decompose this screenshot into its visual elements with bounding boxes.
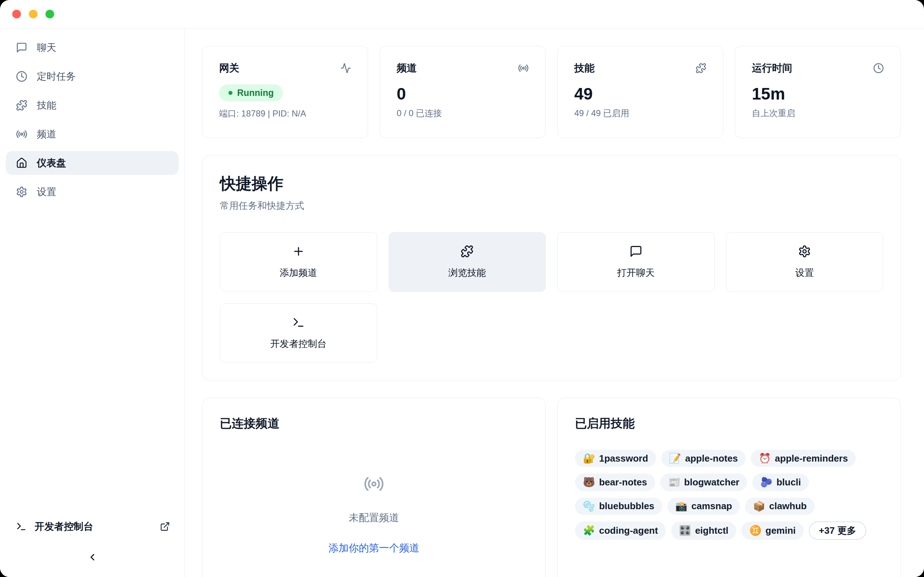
stat-card-skills: 技能 49 49 / 49 已启用	[557, 46, 723, 138]
gear-icon	[16, 186, 27, 198]
quick-actions-subtitle: 常用任务和快捷方式	[220, 200, 883, 212]
radio-icon	[16, 128, 27, 140]
action-label: 设置	[795, 266, 814, 279]
sidebar-item-label: 频道	[37, 128, 56, 141]
add-channel-button[interactable]: 添加频道	[220, 232, 377, 292]
dev-console-link[interactable]: 开发者控制台	[16, 520, 170, 533]
terminal-icon	[292, 316, 305, 329]
close-window-button[interactable]	[12, 10, 21, 18]
status-badge: Running	[219, 84, 283, 102]
terminal-icon	[16, 521, 27, 532]
skill-tag: 🎛️eightctl	[671, 521, 736, 540]
app-window: 聊天 定时任务 技能 频道 仪表盘 设置	[0, 0, 924, 577]
skill-tag: 🫧bluebubbles	[575, 498, 662, 515]
sidebar-collapse-button[interactable]	[0, 552, 184, 562]
quick-actions-title: 快捷操作	[220, 173, 883, 194]
skill-name: bear-notes	[599, 477, 647, 488]
activity-icon	[340, 63, 351, 74]
titlebar	[0, 0, 924, 29]
skill-tag: 📰blogwatcher	[660, 474, 748, 491]
skill-tag: 🔐1password	[575, 450, 656, 467]
stat-detail: 端口: 18789 | PID: N/A	[219, 108, 351, 119]
skill-name: blogwatcher	[684, 477, 739, 488]
stat-title: 网关	[219, 61, 239, 75]
add-first-channel-link[interactable]: 添加你的第一个频道	[328, 541, 419, 555]
action-label: 添加频道	[280, 266, 317, 279]
sidebar-item-chat[interactable]: 聊天	[6, 36, 179, 60]
stat-title: 频道	[397, 61, 417, 75]
action-label: 打开聊天	[617, 266, 655, 279]
sidebar-item-label: 设置	[37, 185, 56, 198]
stats-grid: 网关 Running 端口: 18789 | PID: N/A 频道	[202, 46, 901, 138]
main-content: 网关 Running 端口: 18789 | PID: N/A 频道	[185, 29, 924, 577]
sidebar-item-label: 技能	[37, 99, 56, 112]
sidebar-item-scheduled-tasks[interactable]: 定时任务	[6, 64, 179, 89]
sidebar-item-label: 仪表盘	[37, 156, 66, 169]
skill-tag: 📝apple-notes	[661, 450, 746, 467]
radio-icon	[363, 474, 384, 495]
connected-channels-title: 已连接频道	[220, 416, 528, 432]
action-label: 浏览技能	[448, 266, 486, 279]
stat-detail: 0 / 0 已连接	[397, 108, 529, 119]
enabled-skills-panel: 已启用技能 🔐1password 📝apple-notes ⏰apple-rem…	[557, 398, 901, 577]
plus-icon	[292, 245, 305, 258]
chat-bubble-icon	[630, 245, 643, 258]
quick-actions-grid: 添加频道 浏览技能 打开聊天 设置	[220, 232, 883, 363]
skill-name: clawhub	[769, 501, 807, 512]
channels-empty-text: 未配置频道	[349, 511, 399, 525]
stat-detail: 49 / 49 已启用	[574, 108, 706, 119]
stat-title: 技能	[574, 61, 594, 75]
zoom-window-button[interactable]	[45, 10, 54, 18]
dev-console-label: 开发者控制台	[35, 520, 93, 533]
puzzle-icon	[696, 63, 706, 74]
skill-emoji: 🎛️	[679, 525, 691, 536]
skills-tag-list: 🔐1password 📝apple-notes ⏰apple-reminders…	[575, 450, 883, 540]
sidebar-item-label: 聊天	[37, 41, 56, 54]
skill-name: 1password	[599, 453, 648, 464]
stat-title: 运行时间	[752, 61, 792, 75]
action-label: 开发者控制台	[270, 338, 327, 350]
stat-detail: 自上次重启	[752, 108, 884, 119]
skill-tag: 🫐blucli	[752, 474, 809, 491]
clock-icon	[873, 63, 884, 74]
skill-emoji: ♊️	[749, 525, 762, 536]
sidebar-item-dashboard[interactable]: 仪表盘	[6, 151, 179, 175]
skill-emoji: 🧩	[583, 525, 595, 536]
quick-actions-panel: 快捷操作 常用任务和快捷方式 添加频道 浏览技能 打开聊天	[202, 155, 901, 380]
skill-tag: ♊️gemini	[741, 521, 804, 540]
skill-emoji: 📝	[669, 453, 682, 464]
puzzle-icon	[16, 100, 27, 111]
clock-icon	[16, 71, 27, 82]
stat-value: 49	[574, 85, 706, 102]
status-badge-label: Running	[237, 88, 274, 98]
stat-value: 15m	[752, 85, 884, 102]
skill-emoji: ⏰	[759, 453, 771, 464]
skill-name: gemini	[766, 525, 796, 536]
external-link-icon[interactable]	[160, 521, 170, 532]
skill-name: blucli	[776, 477, 801, 488]
open-chat-button[interactable]: 打开聊天	[557, 232, 715, 292]
skill-name: apple-notes	[685, 453, 738, 464]
skill-tag: 🧩coding-agent	[575, 521, 666, 540]
sidebar-item-settings[interactable]: 设置	[6, 180, 179, 204]
browse-skills-button[interactable]: 浏览技能	[389, 232, 546, 292]
radio-icon	[518, 63, 529, 74]
settings-button[interactable]: 设置	[726, 232, 884, 292]
stat-card-channels: 频道 0 0 / 0 已连接	[380, 46, 546, 138]
skill-tag: 📦clawhub	[745, 498, 815, 515]
connected-channels-panel: 已连接频道 未配置频道 添加你的第一个频道	[202, 398, 546, 577]
stat-value: 0	[397, 85, 529, 102]
skill-emoji: 📦	[753, 501, 765, 512]
minimize-window-button[interactable]	[29, 10, 37, 18]
skill-name: apple-reminders	[775, 453, 848, 464]
skill-name: coding-agent	[599, 525, 658, 536]
dev-console-button[interactable]: 开发者控制台	[220, 303, 377, 363]
skill-tag: 📸camsnap	[667, 498, 740, 515]
sidebar-item-skills[interactable]: 技能	[6, 93, 179, 117]
gear-icon	[798, 245, 811, 258]
stat-card-gateway: 网关 Running 端口: 18789 | PID: N/A	[202, 46, 368, 138]
sidebar-item-channels[interactable]: 频道	[6, 122, 179, 146]
skill-name: bluebubbles	[599, 501, 654, 512]
sidebar-footer: 开发者控制台	[0, 520, 184, 577]
show-more-skills-button[interactable]: +37 更多	[809, 521, 866, 540]
